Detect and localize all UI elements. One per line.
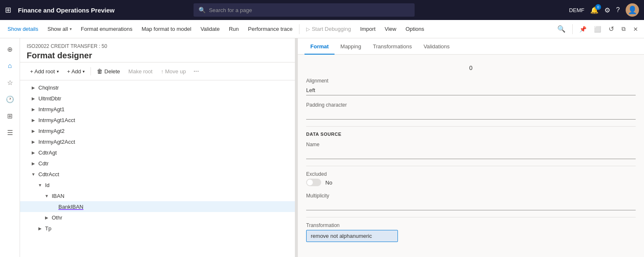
expand-icon[interactable]: ⬜ [591,24,604,34]
avatar[interactable]: 👤 [626,3,639,17]
tree-label-cdtr: Cdtr [38,160,49,167]
grid-icon[interactable]: ⊞ [5,5,11,15]
sidebar-item-workspaces[interactable]: ⊞ [3,108,18,123]
expander-chqinstr[interactable]: ▶ [30,84,37,91]
sidebar-item-filter[interactable]: ⊕ [3,42,18,57]
tree-label-intrmyagt1acct: IntrmyAgt1Acct [38,117,75,123]
tree-item[interactable]: ▼ Id [20,180,295,190]
expander-tp[interactable]: ▶ [37,225,43,232]
import-button[interactable]: Import [356,23,380,35]
app-title: Finance and Operations Preview [18,7,115,14]
tree-item[interactable]: ▶ IntrmyAgt1Acct [20,115,295,125]
multiplicity-field[interactable] [306,200,636,210]
performance-trace-button[interactable]: Performance trace [244,23,297,35]
move-up-button[interactable]: ↑ Move up [158,66,189,77]
tree-item[interactable]: ▶ IntrmyAgt2Acct [20,136,295,147]
expander-iban[interactable]: ▼ [43,192,50,199]
pin-icon[interactable]: 📌 [577,24,589,34]
tree-item[interactable]: ▶ Othr [20,212,295,223]
tree-toolbar: + Add root ▾ + Add ▾ 🗑 Delete Make root … [20,62,295,80]
props-tabs: Format Mapping Transformations Validatio… [298,38,644,55]
expander-intrmyagt1acct[interactable]: ▶ [30,117,37,123]
validate-button[interactable]: Validate [196,23,224,35]
expander-id[interactable]: ▼ [37,182,43,188]
tree-item[interactable]: ▶ ChqInstr [20,82,295,93]
tree-item[interactable]: ▶ Tp [20,223,295,234]
name-label: Name [306,142,636,147]
expander-othr[interactable]: ▶ [43,214,50,221]
excluded-toggle[interactable] [306,179,321,186]
popout-icon[interactable]: ⧉ [619,24,628,34]
expander-bankiban[interactable] [50,203,57,210]
clock-icon: 🕐 [6,95,14,103]
show-all-button[interactable]: Show all ▾ [43,23,76,35]
top-nav: ⊞ Finance and Operations Preview 🔍 DEMF … [0,0,644,20]
expander-ultmtdbtr[interactable]: ▶ [30,95,37,102]
sidebar-item-recents[interactable]: 🕐 [3,92,18,107]
make-root-button[interactable]: Make root [125,66,156,77]
refresh-icon[interactable]: ↺ [606,23,616,35]
tree-item[interactable]: ▼ CdtrAcct [20,169,295,180]
padding-label: Padding character [306,102,636,108]
expander-intrmyagt1[interactable]: ▶ [30,106,37,112]
padding-field[interactable] [306,110,636,120]
add-root-button[interactable]: + Add root ▾ [27,66,62,77]
top-nav-right: DEMF 🔔 0 ⚙ ? 👤 [569,3,639,17]
view-button[interactable]: View [380,23,400,35]
alignment-field[interactable] [306,85,636,95]
tree-item[interactable]: ▶ UltmtDbtr [20,93,295,104]
star-icon: ☆ [7,79,13,87]
more-button[interactable]: ··· [191,66,201,77]
main-layout: ⊕ ⌂ ☆ 🕐 ⊞ ☰ ISO20022 CREDIT TRANSFER : 5… [0,38,644,257]
help-icon[interactable]: ? [616,6,620,14]
name-field[interactable] [306,149,636,159]
close-icon[interactable]: ✕ [631,24,641,34]
properties-panel: Format Mapping Transformations Validatio… [298,38,644,257]
props-content: 0 Alignment Padding character DATA SOURC… [298,55,644,255]
map-format-to-model-button[interactable]: Map format to model [137,23,195,35]
tab-validations[interactable]: Validations [418,38,455,55]
tree-item[interactable]: ▶ Cdtr [20,158,295,169]
transformation-label: Transformation [306,222,636,228]
run-button[interactable]: Run [225,23,243,35]
sidebar-item-list[interactable]: ☰ [3,125,18,140]
list-icon: ☰ [7,129,13,137]
search-input[interactable] [209,7,410,13]
user-name: DEMF [569,7,584,13]
tab-transformations[interactable]: Transformations [367,38,418,55]
tree-item[interactable]: ▶ CdtrAgt [20,147,295,158]
add-button[interactable]: + Add ▾ [64,66,88,77]
sidebar-item-favorites[interactable]: ☆ [3,75,18,90]
settings-icon[interactable]: ⚙ [604,6,610,14]
sidebar-item-home[interactable]: ⌂ [3,58,18,73]
divider-3 [306,217,636,217]
format-enumerations-button[interactable]: Format enumerations [77,23,137,35]
tree-item[interactable]: ▶ IntrmyAgt1 [20,104,295,115]
start-debugging-button[interactable]: ▷ Start Debugging [302,23,355,35]
expander-intrmyagt2[interactable]: ▶ [30,127,37,134]
expander-intrmyagt2acct[interactable]: ▶ [30,138,37,145]
delete-button[interactable]: 🗑 Delete [93,66,123,77]
tree-item[interactable]: ▶ IntrmyAgt2 [20,125,295,136]
options-button[interactable]: Options [401,23,428,35]
tree-content[interactable]: ▶ ChqInstr ▶ UltmtDbtr ▶ IntrmyAgt1 [20,80,295,257]
tree-label-cdtragt: CdtrAgt [38,150,57,156]
name-group: Name [306,142,636,159]
tree-item-bankiban[interactable]: BankIBAN [20,201,295,212]
tree-item[interactable]: ▼ IBAN [20,190,295,201]
transformation-field[interactable] [306,230,398,242]
tab-format[interactable]: Format [304,38,335,55]
tab-mapping[interactable]: Mapping [335,38,367,55]
expander-cdtr[interactable]: ▶ [30,160,37,167]
add-chevron: ▾ [83,69,85,74]
notification-icon[interactable]: 🔔 0 [590,6,599,14]
show-details-button[interactable]: Show details [3,23,43,35]
transformation-group: Transformation [306,222,636,242]
tree-label-othr: Othr [52,215,62,221]
multiplicity-label: Multiplicity [306,193,636,199]
expander-cdtragt[interactable]: ▶ [30,149,37,156]
expander-cdtracct[interactable]: ▼ [30,171,37,177]
search-bar[interactable]: 🔍 [194,3,415,17]
cmd-search-icon[interactable]: 🔍 [555,22,568,35]
datasource-title: DATA SOURCE [306,132,636,137]
